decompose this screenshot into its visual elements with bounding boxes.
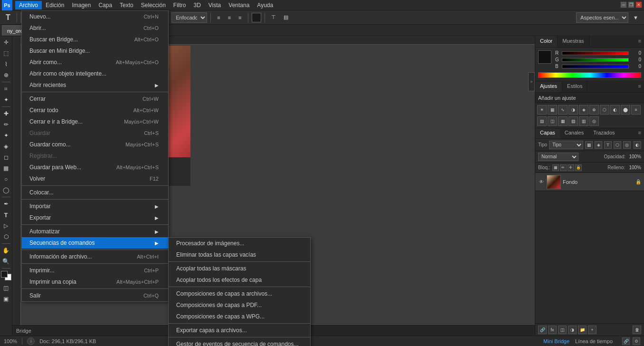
- filter-adj-btn[interactable]: ◈: [595, 141, 602, 149]
- add-layer-style-btn[interactable]: fx: [548, 326, 557, 334]
- tab-trazados[interactable]: Trazados: [588, 128, 619, 138]
- minimize-button[interactable]: ─: [620, 1, 627, 8]
- menu-buscar-bridge[interactable]: Buscar en Bridge... Alt+Ctrl+O: [22, 34, 168, 45]
- photo-filter-adj[interactable]: ⬤: [621, 105, 630, 115]
- color-spectrum[interactable]: [538, 72, 641, 78]
- zoom-tool[interactable]: 🔍: [1, 256, 11, 267]
- submenu-comp-archivos[interactable]: Composiciones de capas a archivos...: [169, 288, 310, 299]
- add-mask-btn[interactable]: ◫: [558, 326, 567, 334]
- posterize-adj[interactable]: ▦: [558, 116, 568, 126]
- submenu-eliminar-capas[interactable]: Eliminar todas las capas vacías: [169, 249, 310, 260]
- menu-seleccion[interactable]: Selección: [137, 1, 170, 10]
- layer-visibility-icon[interactable]: 👁: [538, 179, 545, 185]
- text-tool-indicator[interactable]: T: [3, 12, 13, 23]
- menu-colocar[interactable]: Colocar...: [22, 187, 168, 198]
- clone-tool[interactable]: ✦: [1, 130, 11, 141]
- invert-adj[interactable]: ◫: [548, 116, 557, 126]
- submenu-comp-wpg[interactable]: Composiciones de capas a WPG...: [169, 311, 310, 322]
- color-panel-menu[interactable]: ≡: [635, 36, 644, 47]
- menu-importar[interactable]: Importar ▶: [22, 201, 168, 212]
- brush-tool[interactable]: ✏: [1, 119, 11, 130]
- menu-capa[interactable]: Capa: [95, 1, 116, 10]
- menu-abrir[interactable]: Abrir... Ctrl+O: [22, 22, 168, 34]
- fg-bg-colors[interactable]: [1, 271, 11, 280]
- menu-vista[interactable]: Vista: [205, 1, 225, 10]
- menu-ventana[interactable]: Ventana: [225, 1, 253, 10]
- menu-ayuda[interactable]: Ayuda: [253, 1, 277, 10]
- selective-color-adj[interactable]: ◎: [589, 116, 599, 126]
- menu-guardar[interactable]: Guardar Ctrl+S: [22, 127, 168, 139]
- menu-automatizar[interactable]: Automatizar ▶: [22, 226, 168, 237]
- lasso-tool[interactable]: ⌇: [1, 59, 11, 69]
- crop-tool[interactable]: ⌗: [1, 84, 11, 94]
- marquee-tool[interactable]: ⬚: [1, 48, 11, 58]
- tab-color[interactable]: Color: [535, 36, 558, 47]
- lock-position-btn[interactable]: ✛: [568, 164, 574, 171]
- menu-abrir-recientes[interactable]: Abrir recientes ▶: [22, 79, 168, 91]
- threshold-adj[interactable]: ▨: [568, 116, 578, 126]
- linea-tiempo-tab[interactable]: Línea de tiempo: [575, 338, 613, 344]
- blue-slider[interactable]: [562, 65, 629, 68]
- gradient-tool[interactable]: ▦: [1, 163, 11, 173]
- warp-text-btn[interactable]: ⊤: [268, 12, 279, 23]
- submenu-gestor-eventos[interactable]: Gestor de eventos de secuencia de comand…: [169, 338, 310, 346]
- menu-abrir-como[interactable]: Abrir como... Alt+Mayús+Ctrl+O: [22, 57, 168, 68]
- status-info-icon[interactable]: i: [27, 337, 35, 345]
- char-para-btn[interactable]: ▤: [281, 12, 291, 23]
- filter-shape-btn[interactable]: ⬡: [614, 141, 621, 149]
- menu-volver[interactable]: Volver F12: [22, 173, 168, 184]
- menu-salir[interactable]: Salir Ctrl+Q: [22, 290, 168, 301]
- align-center-btn[interactable]: ≡: [225, 12, 234, 23]
- new-layer-btn[interactable]: +: [588, 326, 597, 334]
- tab-estilos[interactable]: Estilos: [562, 81, 587, 92]
- foreground-color-swatch[interactable]: [1, 271, 8, 278]
- blend-mode-select[interactable]: Normal: [538, 153, 578, 161]
- status-btn-2[interactable]: ⚙: [633, 337, 640, 345]
- layer-type-filter[interactable]: Tipo: [549, 141, 583, 149]
- type-tool[interactable]: T: [1, 210, 11, 220]
- menu-cerrar[interactable]: Cerrar Ctrl+W: [22, 93, 168, 105]
- filter-pixel-btn[interactable]: ▦: [585, 141, 593, 149]
- shape-tool[interactable]: ⬡: [1, 231, 11, 242]
- layers-panel-menu[interactable]: ≡: [635, 128, 644, 138]
- menu-archivo[interactable]: Archivo: [15, 1, 42, 10]
- text-color-swatch[interactable]: [252, 13, 261, 22]
- lock-all-btn[interactable]: 🔒: [575, 164, 582, 171]
- lock-transparent-btn[interactable]: ▦: [552, 164, 559, 171]
- channel-mixer-adj[interactable]: ≡: [631, 105, 641, 115]
- submenu-exportar-capas[interactable]: Exportar capas a archivos...: [169, 325, 310, 336]
- ajustes-panel-menu[interactable]: ≡: [635, 81, 644, 92]
- quick-select-tool[interactable]: ⊕: [1, 70, 11, 80]
- levels-adj[interactable]: ▦: [548, 105, 557, 115]
- menu-3d[interactable]: 3D: [189, 1, 204, 10]
- restore-button[interactable]: ❐: [628, 1, 635, 8]
- screen-mode-btn[interactable]: ▣: [1, 294, 11, 304]
- history-brush-tool[interactable]: ◈: [1, 141, 11, 152]
- menu-registrar[interactable]: Registrar...: [22, 150, 168, 162]
- hue-sat-adj[interactable]: ⊕: [589, 105, 599, 115]
- dodge-tool[interactable]: ◯: [1, 185, 11, 195]
- align-right-btn[interactable]: ≡: [236, 12, 244, 23]
- hand-tool[interactable]: ✋: [1, 245, 11, 256]
- link-layers-btn[interactable]: 🔗: [538, 326, 547, 334]
- panel-collapse-button[interactable]: »: [528, 72, 535, 91]
- exposure-adj[interactable]: ◑: [568, 105, 578, 115]
- new-group-btn[interactable]: 📁: [578, 326, 587, 334]
- filter-toggle[interactable]: ◐: [634, 141, 641, 149]
- submenu-acoplar-mascaras[interactable]: Acoplar todas las máscaras: [169, 263, 310, 274]
- pen-tool[interactable]: ✒: [1, 199, 11, 209]
- menu-informacion[interactable]: Información de archivo... Alt+Ctrl+I: [22, 251, 168, 262]
- close-button[interactable]: ✕: [635, 1, 642, 8]
- menu-buscar-mini-bridge[interactable]: Buscar en Mini Bridge...: [22, 45, 168, 57]
- menu-texto[interactable]: Texto: [116, 1, 137, 10]
- menu-abrir-objeto-inteligente[interactable]: Abrir como objeto inteligente...: [22, 68, 168, 79]
- menu-imagen[interactable]: Imagen: [68, 1, 95, 10]
- tab-ajustes[interactable]: Ajustes: [535, 81, 562, 92]
- align-left-btn[interactable]: ≡: [214, 12, 223, 23]
- quick-mask-btn[interactable]: ◫: [1, 283, 11, 293]
- menu-guardar-como[interactable]: Guardar como... Mayús+Ctrl+S: [22, 139, 168, 150]
- menu-imprimir[interactable]: Imprimir... Ctrl+P: [22, 265, 168, 276]
- blur-tool[interactable]: ○: [1, 174, 11, 184]
- color-preview-swatch[interactable]: [538, 50, 551, 64]
- menu-exportar[interactable]: Exportar ▶: [22, 212, 168, 223]
